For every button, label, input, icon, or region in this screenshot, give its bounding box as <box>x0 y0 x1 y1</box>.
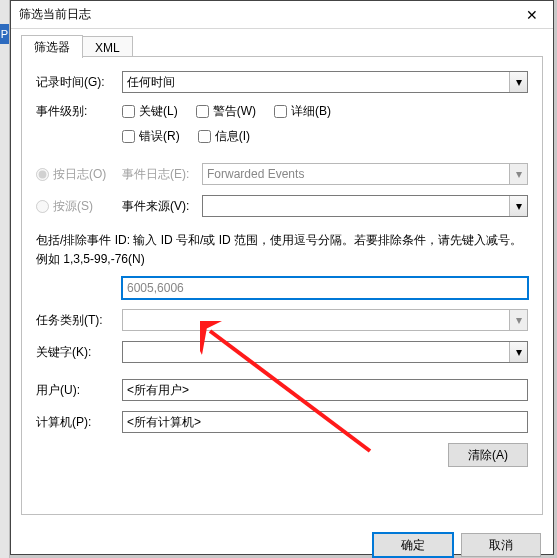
check-info[interactable]: 信息(I) <box>198 128 250 145</box>
event-logs-value: Forwarded Events <box>207 167 509 181</box>
chevron-down-icon: ▾ <box>509 72 527 92</box>
radio-by-log[interactable]: 按日志(O) <box>36 166 122 183</box>
label-task-category: 任务类别(T): <box>36 312 122 329</box>
tab-xml[interactable]: XML <box>82 36 133 57</box>
keywords-combo[interactable]: ▾ <box>122 341 528 363</box>
filter-panel: 记录时间(G): 任何时间 ▾ 事件级别: 关键(L) 警告(W) 详细(B) <box>21 57 543 515</box>
row-logged: 记录时间(G): 任何时间 ▾ <box>36 71 528 93</box>
background-fragment: P <box>0 24 9 44</box>
tab-filter[interactable]: 筛选器 <box>21 35 83 58</box>
cancel-button[interactable]: 取消 <box>461 533 541 557</box>
event-sources-combo[interactable]: ▾ <box>202 195 528 217</box>
label-event-logs: 事件日志(E): <box>122 166 202 183</box>
logged-value: 任何时间 <box>127 74 509 91</box>
close-icon: ✕ <box>526 7 538 23</box>
chevron-down-icon: ▾ <box>509 342 527 362</box>
check-verbose[interactable]: 详细(B) <box>274 103 331 120</box>
chevron-down-icon: ▾ <box>509 310 527 330</box>
tab-strip: 筛选器 XML <box>21 35 543 57</box>
dialog-footer: 确定 取消 <box>11 523 553 558</box>
label-keywords: 关键字(K): <box>36 344 122 361</box>
check-error[interactable]: 错误(R) <box>122 128 180 145</box>
close-button[interactable]: ✕ <box>511 1 553 28</box>
window-title: 筛选当前日志 <box>19 6 91 23</box>
label-level: 事件级别: <box>36 103 122 120</box>
event-id-note: 包括/排除事件 ID: 输入 ID 号和/或 ID 范围，使用逗号分隔。若要排除… <box>36 231 528 269</box>
label-event-sources: 事件来源(V): <box>122 198 202 215</box>
label-computer: 计算机(P): <box>36 414 122 431</box>
user-input[interactable] <box>122 379 528 401</box>
radio-by-source[interactable]: 按源(S) <box>36 198 122 215</box>
check-warning[interactable]: 警告(W) <box>196 103 256 120</box>
label-logged: 记录时间(G): <box>36 74 122 91</box>
logged-combo[interactable]: 任何时间 ▾ <box>122 71 528 93</box>
clear-button[interactable]: 清除(A) <box>448 443 528 467</box>
event-logs-combo: Forwarded Events ▾ <box>202 163 528 185</box>
computer-input[interactable] <box>122 411 528 433</box>
task-category-combo: ▾ <box>122 309 528 331</box>
filter-dialog: 筛选当前日志 ✕ 筛选器 XML 记录时间(G): 任何时间 ▾ <box>10 0 554 555</box>
event-id-input[interactable] <box>122 277 528 299</box>
ok-button[interactable]: 确定 <box>373 533 453 557</box>
level-checks-row2: 错误(R) 信息(I) <box>122 128 528 145</box>
titlebar: 筛选当前日志 ✕ <box>11 1 553 29</box>
background-window-sliver: P <box>0 0 10 558</box>
chevron-down-icon: ▾ <box>509 196 527 216</box>
chevron-down-icon: ▾ <box>509 164 527 184</box>
level-checks-row1: 关键(L) 警告(W) 详细(B) <box>122 103 528 120</box>
label-user: 用户(U): <box>36 382 122 399</box>
dialog-body: 筛选器 XML 记录时间(G): 任何时间 ▾ 事件级别: 关键(L <box>11 29 553 523</box>
check-critical[interactable]: 关键(L) <box>122 103 178 120</box>
